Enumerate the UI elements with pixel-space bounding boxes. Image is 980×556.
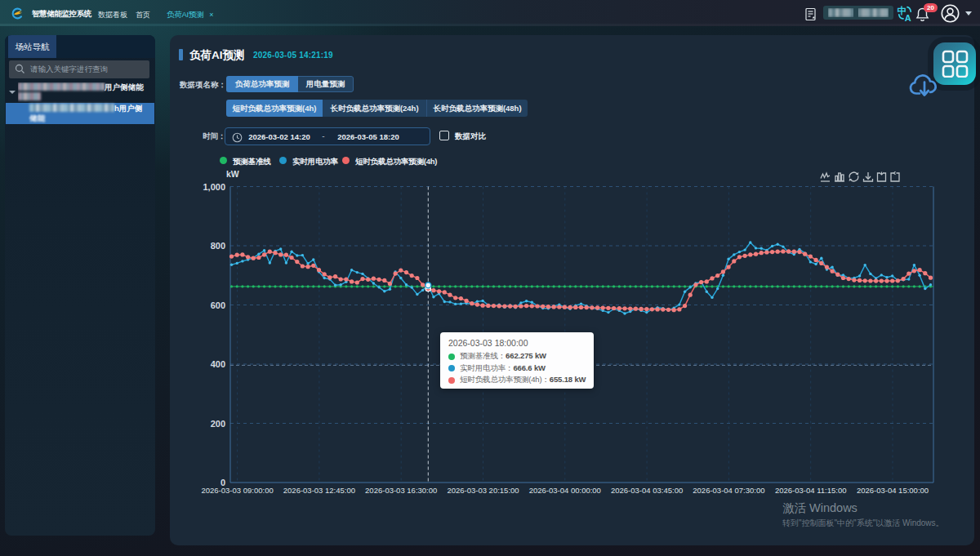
svg-text:400: 400 [211, 359, 225, 369]
svg-text:2026-03-04 00:00:00: 2026-03-04 00:00:00 [529, 486, 601, 495]
svg-text:2026-03-04 03:45:00: 2026-03-04 03:45:00 [611, 486, 683, 495]
svg-text:kW: kW [226, 169, 239, 179]
svg-text:2026-03-03 09:00:00: 2026-03-03 09:00:00 [201, 486, 273, 495]
svg-text:2026-03-04 11:15:00: 2026-03-04 11:15:00 [775, 486, 847, 495]
svg-text:2026-03-03 12:45:00: 2026-03-03 12:45:00 [283, 486, 355, 495]
svg-text:2026-03-03 20:15:00: 2026-03-03 20:15:00 [447, 486, 519, 495]
svg-text:2026-03-04 15:00:00: 2026-03-04 15:00:00 [857, 486, 929, 495]
svg-text:200: 200 [211, 419, 225, 429]
svg-text:2026-03-03 16:30:00: 2026-03-03 16:30:00 [365, 486, 437, 495]
svg-text:A: A [905, 13, 911, 22]
svg-text:600: 600 [211, 300, 225, 310]
svg-text:2026-03-04 07:30:00: 2026-03-04 07:30:00 [693, 486, 764, 495]
svg-text:800: 800 [211, 241, 225, 251]
svg-text:1,000: 1,000 [203, 182, 225, 192]
